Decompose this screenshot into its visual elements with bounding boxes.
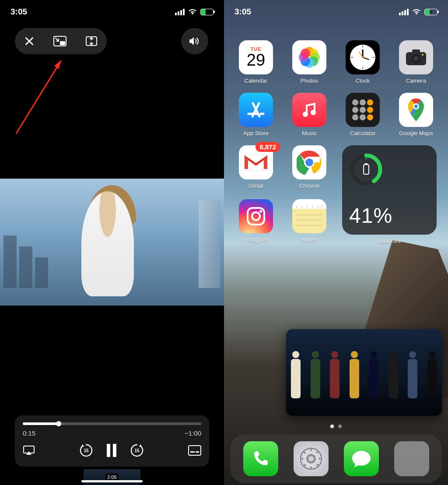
svg-point-43 [367, 99, 373, 105]
app-notes[interactable]: Notes [289, 199, 330, 244]
music-icon [292, 93, 326, 127]
expand-icon [86, 36, 97, 46]
svg-point-47 [352, 114, 358, 120]
pause-icon [106, 444, 117, 457]
cellular-icon [175, 9, 185, 15]
app-label: Camera [406, 77, 426, 84]
wifi-icon [412, 8, 421, 15]
svg-point-75 [308, 456, 314, 461]
speaker-icon [188, 36, 201, 46]
elapsed-time: 0:15 [23, 429, 35, 437]
pip-content [286, 351, 442, 412]
svg-point-48 [360, 114, 366, 120]
svg-text:15: 15 [134, 448, 140, 453]
airplay-icon [23, 445, 35, 456]
svg-rect-31 [412, 49, 420, 54]
skip-back-button[interactable]: 15 [79, 443, 94, 460]
dock-folder[interactable] [394, 441, 429, 476]
app-appstore[interactable]: App Store [235, 93, 276, 137]
scrubber[interactable] [23, 422, 201, 425]
app-label: Calculator [350, 130, 376, 137]
svg-point-40 [311, 110, 316, 115]
status-time: 3:05 [234, 7, 251, 17]
app-instagram[interactable]: Instagram [235, 199, 276, 244]
svg-point-55 [305, 158, 313, 166]
app-label: Google Maps [399, 130, 433, 137]
svg-rect-10 [189, 446, 201, 455]
calculator-icon [346, 93, 380, 127]
volume-button[interactable] [181, 28, 208, 54]
preview-time: 2:05 [105, 474, 119, 481]
scrubber-thumb[interactable] [56, 421, 61, 426]
app-calendar[interactable]: TUE 29 Calendar [235, 40, 276, 84]
home-indicator[interactable] [81, 480, 143, 482]
app-google-maps[interactable]: Google Maps [396, 93, 437, 137]
app-music[interactable]: Music [289, 93, 330, 137]
instagram-icon [239, 199, 273, 233]
app-label: Chrome [299, 183, 319, 189]
app-photos[interactable]: Photos [289, 40, 330, 84]
app-label: Photos [301, 77, 318, 84]
svg-rect-7 [107, 444, 110, 457]
svg-point-29 [362, 56, 364, 58]
dock [230, 441, 442, 476]
pause-button[interactable] [106, 444, 117, 459]
notification-badge: 8,872 [256, 142, 280, 152]
svg-point-46 [367, 107, 373, 113]
svg-rect-61 [248, 208, 264, 225]
svg-line-3 [16, 60, 61, 134]
remaining-time: −1:00 [185, 429, 201, 437]
batteries-widget[interactable]: ⚡︎ 41% Batteries [342, 145, 437, 244]
app-settings[interactable] [294, 441, 329, 476]
video-frame[interactable] [0, 179, 224, 306]
svg-point-44 [352, 107, 358, 113]
pip-window[interactable] [286, 329, 442, 416]
picture-in-picture-button[interactable] [44, 28, 76, 54]
pip-icon [53, 36, 66, 46]
scrub-preview: 2:05 [84, 469, 140, 485]
status-indicators: ⚡︎ [175, 8, 214, 15]
svg-point-51 [414, 105, 418, 108]
app-label: Instagram [243, 236, 269, 243]
app-chrome[interactable]: Chrome [289, 145, 330, 190]
battery-icon: ⚡︎ [424, 9, 438, 15]
home-screen: 3:05 ⚡︎ TUE 29 Calendar Photos Clock [224, 0, 448, 485]
status-time: 3:05 [10, 7, 27, 17]
cellular-icon [399, 9, 409, 15]
app-label: Music [302, 130, 317, 137]
svg-rect-12 [196, 451, 199, 453]
svg-point-62 [252, 212, 260, 220]
app-phone[interactable] [243, 441, 278, 476]
page-indicator[interactable] [224, 425, 448, 428]
app-calculator[interactable]: Calculator [342, 93, 383, 137]
close-button[interactable] [15, 28, 44, 54]
app-camera[interactable]: Camera [396, 40, 437, 84]
app-label: Calendar [245, 77, 268, 84]
svg-rect-59 [364, 165, 369, 174]
chrome-icon [292, 145, 326, 179]
skip-forward-button[interactable]: 15 [130, 443, 144, 460]
app-clock[interactable]: Clock [342, 40, 383, 84]
svg-text:⚡︎: ⚡︎ [364, 155, 368, 162]
svg-point-34 [422, 54, 424, 56]
fullscreen-button[interactable] [76, 28, 107, 54]
app-gmail[interactable]: 8,872 Gmail [235, 145, 276, 190]
svg-point-63 [259, 210, 262, 213]
svg-point-41 [352, 99, 358, 105]
clock-icon [346, 40, 380, 74]
playback-control-bar: 0:15 −1:00 15 15 [15, 415, 209, 467]
messages-icon [351, 449, 372, 468]
app-label: Gmail [248, 183, 263, 189]
status-bar-left: 3:05 ⚡︎ [0, 0, 224, 24]
app-grid: TUE 29 Calendar Photos Clock Camera [224, 40, 448, 244]
svg-rect-8 [113, 444, 116, 457]
svg-point-39 [303, 112, 308, 117]
app-messages[interactable] [344, 441, 379, 476]
svg-point-20 [301, 49, 310, 58]
airplay-button[interactable] [23, 445, 35, 457]
svg-point-42 [360, 99, 366, 105]
photos-icon [292, 40, 326, 74]
svg-rect-60 [365, 163, 368, 165]
svg-rect-1 [60, 41, 65, 45]
subtitles-button[interactable] [188, 445, 201, 457]
